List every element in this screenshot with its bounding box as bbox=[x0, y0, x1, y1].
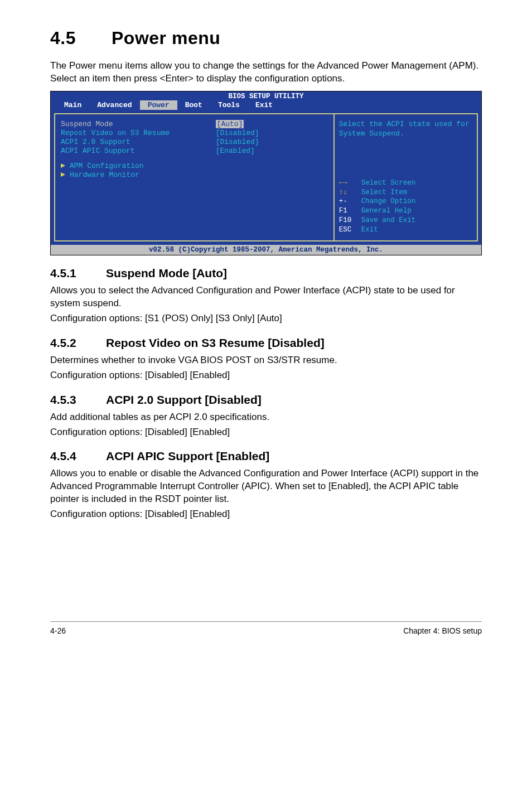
setting-label: ACPI APIC Support bbox=[61, 147, 216, 155]
bios-screenshot: BIOS SETUP UTILITY Main Advanced Power B… bbox=[50, 91, 482, 255]
section-number: 4.5 bbox=[50, 28, 112, 49]
subsection-451: 4.5.1Suspend Mode [Auto] Allows you to s… bbox=[50, 267, 482, 325]
subsection-paragraph: Add additional tables as per ACPI 2.0 sp… bbox=[50, 411, 482, 424]
key-row: F1General Help bbox=[339, 206, 472, 216]
key-row: ↑↓Select Item bbox=[339, 188, 472, 197]
subsection-454: 4.5.4ACPI APIC Support [Enabled] Allows … bbox=[50, 450, 482, 521]
setting-acpi-apic[interactable]: ACPI APIC Support [Enabled] bbox=[61, 147, 328, 155]
subsection-number: 4.5.4 bbox=[50, 450, 106, 463]
subsection-453: 4.5.3ACPI 2.0 Support [Disabled] Add add… bbox=[50, 393, 482, 439]
key-desc: Select Item bbox=[361, 188, 408, 197]
svg-marker-1 bbox=[61, 172, 65, 177]
key: ←→ bbox=[339, 178, 361, 188]
setting-suspend-mode[interactable]: Suspend Mode [Auto] bbox=[61, 120, 328, 128]
submenu-apm-config[interactable]: APM Configuration bbox=[61, 162, 328, 170]
bios-tab-power[interactable]: Power bbox=[140, 100, 177, 110]
key-desc: Exit bbox=[361, 225, 378, 235]
bios-menubar: Main Advanced Power Boot Tools Exit bbox=[51, 100, 481, 111]
key-row: F10Save and Exit bbox=[339, 216, 472, 225]
subsection-heading: 4.5.4ACPI APIC Support [Enabled] bbox=[50, 450, 482, 463]
section-intro: The Power menu items allow you to change… bbox=[50, 60, 482, 85]
bios-tab-main[interactable]: Main bbox=[56, 100, 89, 110]
subsection-title: ACPI 2.0 Support [Disabled] bbox=[106, 393, 262, 406]
footer-page-number: 4-26 bbox=[50, 626, 66, 635]
subsection-paragraph: Configuration options: [Disabled] [Enabl… bbox=[50, 369, 482, 382]
subsection-paragraph: Configuration options: [Disabled] [Enabl… bbox=[50, 426, 482, 439]
bios-help-pane: Select the ACPI state used for System Su… bbox=[333, 113, 478, 241]
key: ↑↓ bbox=[339, 188, 361, 197]
bios-tab-boot[interactable]: Boot bbox=[177, 100, 210, 110]
setting-repost-video[interactable]: Repost Video on S3 Resume [Disabled] bbox=[61, 129, 328, 137]
subsection-number: 4.5.3 bbox=[50, 393, 106, 407]
page-footer: 4-26 Chapter 4: BIOS setup bbox=[50, 621, 482, 635]
subsection-heading: 4.5.1Suspend Mode [Auto] bbox=[50, 267, 482, 280]
triangle-right-icon bbox=[61, 162, 65, 170]
bios-body: Suspend Mode [Auto] Repost Video on S3 R… bbox=[51, 111, 481, 245]
key-row: ←→Select Screen bbox=[339, 178, 472, 188]
subsection-paragraph: Configuration options: [S1 (POS) Only] [… bbox=[50, 312, 482, 325]
submenu-label: APM Configuration bbox=[70, 162, 144, 170]
subsection-title: ACPI APIC Support [Enabled] bbox=[106, 450, 269, 462]
key: F1 bbox=[339, 206, 361, 216]
setting-label: ACPI 2.0 Support bbox=[61, 138, 216, 146]
bios-tab-tools[interactable]: Tools bbox=[210, 100, 248, 110]
subsection-number: 4.5.2 bbox=[50, 336, 106, 350]
bios-footer: v02.58 (C)Copyright 1985-2007, American … bbox=[51, 245, 481, 255]
section-title-text: Power menu bbox=[112, 28, 220, 48]
subsection-452: 4.5.2Repost Video on S3 Resume [Disabled… bbox=[50, 336, 482, 382]
subsection-paragraph: Configuration options: [Disabled] [Enabl… bbox=[50, 508, 482, 521]
triangle-right-icon bbox=[61, 171, 65, 179]
key-desc: Save and Exit bbox=[361, 216, 416, 225]
subsection-number: 4.5.1 bbox=[50, 267, 106, 280]
bios-title: BIOS SETUP UTILITY bbox=[51, 91, 481, 100]
setting-label: Suspend Mode bbox=[61, 120, 216, 128]
setting-value: [Disabled] bbox=[216, 138, 259, 146]
subsection-title: Repost Video on S3 Resume [Disabled] bbox=[106, 336, 325, 349]
key-desc: General Help bbox=[361, 206, 412, 216]
subsection-paragraph: Allows you to enable or disable the Adva… bbox=[50, 467, 482, 506]
key-row: +-Change Option bbox=[339, 197, 472, 206]
page-content: 4.5Power menu The Power menu items allow… bbox=[0, 0, 532, 652]
footer-chapter: Chapter 4: BIOS setup bbox=[403, 626, 482, 635]
bios-help-text: Select the ACPI state used for System Su… bbox=[339, 120, 472, 139]
key-row: ESCExit bbox=[339, 225, 472, 235]
key: F10 bbox=[339, 216, 361, 225]
bios-tab-exit[interactable]: Exit bbox=[248, 100, 280, 110]
subsection-heading: 4.5.3ACPI 2.0 Support [Disabled] bbox=[50, 393, 482, 407]
subsection-title: Suspend Mode [Auto] bbox=[106, 267, 227, 279]
setting-value: [Enabled] bbox=[216, 147, 255, 155]
subsection-paragraph: Determines whether to invoke VGA BIOS PO… bbox=[50, 354, 482, 367]
submenu-hardware-monitor[interactable]: Hardware Monitor bbox=[61, 171, 328, 179]
section-heading: 4.5Power menu bbox=[50, 28, 482, 49]
subsection-paragraph: Allows you to select the Advanced Config… bbox=[50, 284, 482, 310]
submenu-label: Hardware Monitor bbox=[70, 171, 139, 179]
key-desc: Select Screen bbox=[361, 178, 416, 188]
setting-acpi-2[interactable]: ACPI 2.0 Support [Disabled] bbox=[61, 138, 328, 146]
setting-value: [Auto] bbox=[216, 120, 244, 128]
key: +- bbox=[339, 197, 361, 206]
key-desc: Change Option bbox=[361, 197, 416, 206]
setting-label: Repost Video on S3 Resume bbox=[61, 129, 216, 137]
bios-key-legend: ←→Select Screen ↑↓Select Item +-Change O… bbox=[339, 178, 472, 235]
bios-tab-advanced[interactable]: Advanced bbox=[89, 100, 139, 110]
setting-value: [Disabled] bbox=[216, 129, 259, 137]
svg-marker-0 bbox=[61, 163, 65, 168]
bios-settings-pane: Suspend Mode [Auto] Repost Video on S3 R… bbox=[54, 113, 333, 241]
subsection-heading: 4.5.2Repost Video on S3 Resume [Disabled… bbox=[50, 336, 482, 350]
key: ESC bbox=[339, 225, 361, 235]
